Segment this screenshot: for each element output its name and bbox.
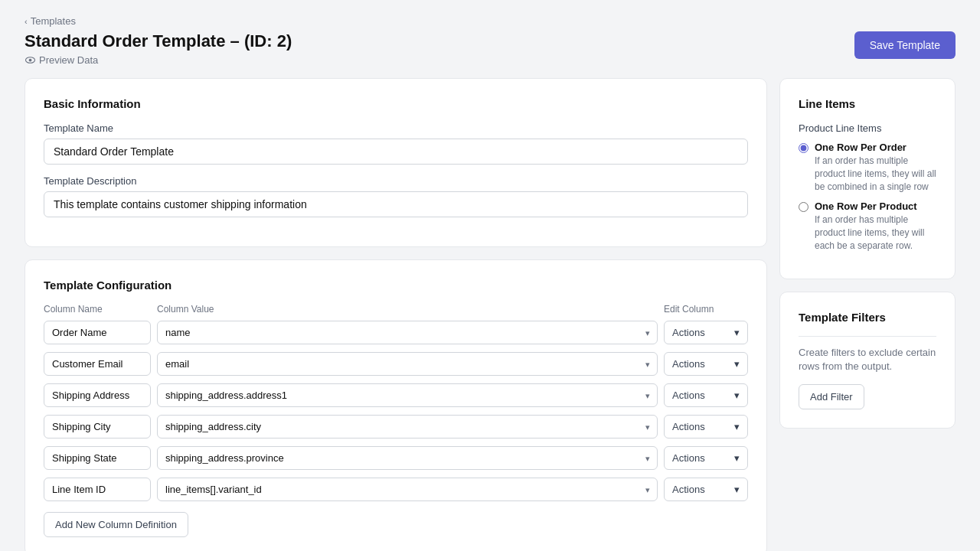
col-value-select[interactable]: shipping_address.city	[157, 415, 658, 439]
col-value-select-wrapper: line_items[].variant_id	[157, 478, 658, 501]
radio-one-row-per-order[interactable]	[799, 143, 808, 153]
breadcrumb-chevron: ‹	[24, 17, 28, 26]
basic-info-card: Basic Information Template Name Template…	[24, 78, 767, 247]
actions-chevron-icon: ▾	[734, 452, 740, 464]
add-filter-button[interactable]: Add Filter	[799, 384, 864, 409]
line-items-card: Line Items Product Line Items One Row Pe…	[779, 78, 956, 279]
template-desc-label: Template Description	[44, 175, 748, 187]
actions-button[interactable]: Actions ▾	[664, 352, 748, 376]
col-value-select[interactable]: shipping_address.address1	[157, 383, 658, 407]
table-row: name Actions ▾	[44, 321, 748, 344]
actions-chevron-icon: ▾	[734, 484, 740, 495]
actions-button[interactable]: Actions ▾	[664, 446, 748, 470]
col-header-value: Column Value	[157, 304, 658, 315]
actions-button[interactable]: Actions ▾	[664, 321, 748, 344]
table-row: email Actions ▾	[44, 352, 748, 376]
template-name-group: Template Name	[44, 122, 748, 165]
save-template-button[interactable]: Save Template	[854, 31, 956, 59]
col-name-input[interactable]	[44, 478, 151, 501]
radio-group: One Row Per Order If an order has multip…	[799, 142, 936, 253]
col-headers: Column Name Column Value Edit Column	[44, 304, 748, 321]
col-name-input[interactable]	[44, 352, 151, 376]
actions-chevron-icon: ▾	[734, 358, 740, 370]
actions-label: Actions	[672, 390, 705, 401]
filter-description: Create filters to exclude certain rows f…	[799, 346, 936, 373]
page-title-area: Standard Order Template – (ID: 2) Previe…	[24, 31, 292, 66]
actions-label: Actions	[672, 327, 705, 338]
svg-point-1	[29, 59, 32, 62]
actions-button[interactable]: Actions ▾	[664, 383, 748, 407]
radio-item-one-row-per-order: One Row Per Order If an order has multip…	[799, 142, 936, 193]
col-value-select[interactable]: line_items[].variant_id	[157, 478, 658, 501]
filters-divider	[799, 336, 936, 337]
col-header-edit: Edit Column	[664, 304, 748, 315]
table-row: shipping_address.city Actions ▾	[44, 415, 748, 439]
preview-data-label: Preview Data	[39, 54, 98, 66]
col-header-name: Column Name	[44, 304, 151, 315]
col-name-input[interactable]	[44, 383, 151, 407]
actions-chevron-icon: ▾	[734, 390, 740, 401]
filters-card: Template Filters Create filters to exclu…	[779, 292, 956, 429]
config-title: Template Configuration	[44, 279, 748, 292]
actions-label: Actions	[672, 452, 705, 464]
page-header: Standard Order Template – (ID: 2) Previe…	[24, 31, 956, 66]
right-column: Line Items Product Line Items One Row Pe…	[779, 78, 956, 429]
actions-button[interactable]: Actions ▾	[664, 415, 748, 439]
template-desc-group: Template Description	[44, 175, 748, 217]
page-title: Standard Order Template – (ID: 2)	[24, 31, 292, 51]
radio-one-row-per-order-desc: If an order has multiple product line it…	[815, 155, 936, 193]
col-value-select-wrapper: shipping_address.province	[157, 446, 658, 470]
col-value-select-wrapper: shipping_address.city	[157, 415, 658, 439]
add-column-button[interactable]: Add New Column Definition	[44, 512, 188, 537]
template-name-input[interactable]	[44, 139, 748, 165]
col-value-select-wrapper: name	[157, 321, 658, 344]
line-items-title: Line Items	[799, 97, 936, 110]
filters-title: Template Filters	[799, 311, 936, 324]
preview-data-link[interactable]: Preview Data	[24, 54, 292, 66]
template-name-label: Template Name	[44, 122, 748, 134]
basic-info-title: Basic Information	[44, 97, 748, 110]
col-value-select[interactable]: shipping_address.province	[157, 446, 658, 470]
table-row: shipping_address.address1 Actions ▾	[44, 383, 748, 407]
actions-button[interactable]: Actions ▾	[664, 478, 748, 501]
breadcrumb: ‹ Templates	[24, 15, 956, 27]
col-name-input[interactable]	[44, 446, 151, 470]
col-value-select-wrapper: shipping_address.address1	[157, 383, 658, 407]
radio-one-row-per-order-text: One Row Per Order If an order has multip…	[815, 142, 936, 193]
col-value-select-wrapper: email	[157, 352, 658, 376]
product-line-items-label: Product Line Items	[799, 122, 936, 134]
config-card: Template Configuration Column Name Colum…	[24, 259, 767, 551]
left-column: Basic Information Template Name Template…	[24, 78, 767, 551]
col-value-select[interactable]: name	[157, 321, 658, 344]
radio-one-row-per-order-label: One Row Per Order	[815, 142, 936, 153]
radio-one-row-per-product[interactable]	[799, 202, 808, 212]
actions-label: Actions	[672, 484, 705, 495]
actions-label: Actions	[672, 358, 705, 370]
radio-item-one-row-per-product: One Row Per Product If an order has mult…	[799, 201, 936, 252]
col-name-input[interactable]	[44, 415, 151, 439]
template-desc-input[interactable]	[44, 191, 748, 217]
table-row: line_items[].variant_id Actions ▾	[44, 478, 748, 501]
actions-label: Actions	[672, 421, 705, 432]
table-row: shipping_address.province Actions ▾	[44, 446, 748, 470]
page: ‹ Templates Standard Order Template – (I…	[0, 0, 980, 551]
radio-one-row-per-product-label: One Row Per Product	[815, 201, 936, 212]
col-name-input[interactable]	[44, 321, 151, 344]
radio-one-row-per-product-text: One Row Per Product If an order has mult…	[815, 201, 936, 252]
content-area: Basic Information Template Name Template…	[24, 78, 956, 551]
eye-icon	[24, 54, 36, 66]
breadcrumb-templates-link[interactable]: Templates	[31, 15, 76, 27]
actions-chevron-icon: ▾	[734, 421, 740, 432]
actions-chevron-icon: ▾	[734, 327, 740, 338]
col-value-select[interactable]: email	[157, 352, 658, 376]
radio-one-row-per-product-desc: If an order has multiple product line it…	[815, 214, 936, 252]
